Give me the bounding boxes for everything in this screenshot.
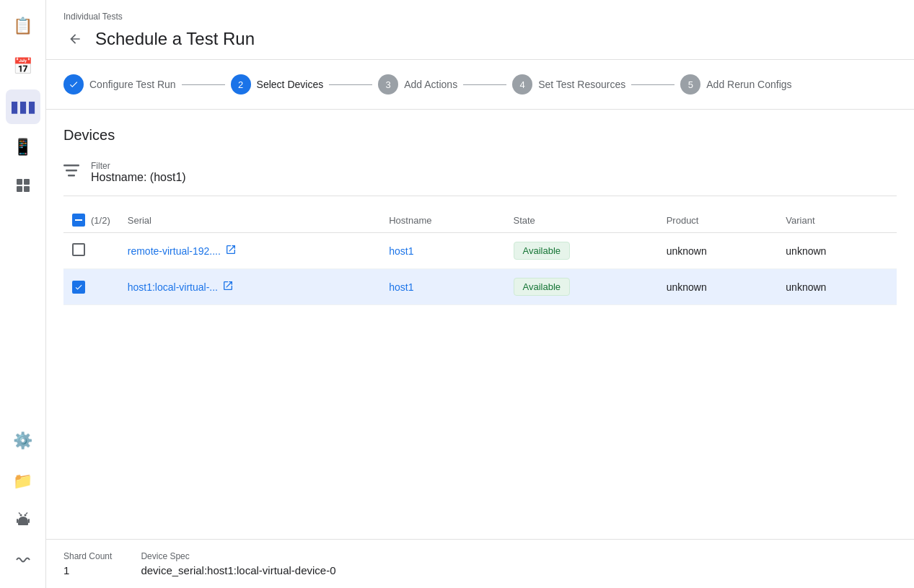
- devices-section-title: Devices: [63, 127, 897, 144]
- device-table: (1/2) Serial Hostname State Product: [63, 208, 897, 305]
- row-2-serial: host1:local-virtual-...: [119, 269, 381, 305]
- sidebar-item-grid[interactable]: [6, 170, 40, 205]
- step-1[interactable]: Configure Test Run: [63, 74, 176, 95]
- row-1-serial: remote-virtual-192....: [119, 233, 381, 269]
- table-header-row: (1/2) Serial Hostname State Product: [63, 208, 897, 233]
- row-1-hostname: host1: [380, 233, 504, 269]
- main-content: Individual Tests Schedule a Test Run Con…: [46, 0, 914, 588]
- th-checkbox: (1/2): [63, 208, 119, 233]
- title-row: Schedule a Test Run: [63, 22, 897, 59]
- row-1-product: unknown: [658, 233, 778, 269]
- row-2-hostname-link[interactable]: host1: [389, 281, 413, 293]
- filter-row: Filter Hostname: (host1): [63, 155, 897, 196]
- svg-rect-11: [63, 164, 79, 167]
- svg-rect-10: [28, 519, 30, 523]
- row-2-hostname: host1: [380, 269, 504, 305]
- step-4-circle: 4: [512, 74, 532, 95]
- row-1-checkbox[interactable]: [72, 243, 85, 256]
- svg-rect-9: [17, 519, 18, 523]
- table-row: remote-virtual-192.... host1 Availab: [63, 233, 897, 269]
- table-row: host1:local-virtual-... host1 Availa: [63, 269, 897, 305]
- stepper: Configure Test Run 2 Select Devices 3 Ad…: [46, 59, 914, 110]
- svg-rect-1: [24, 179, 30, 185]
- filter-icon[interactable]: [63, 163, 79, 182]
- svg-point-6: [24, 514, 26, 517]
- row-1-serial-link[interactable]: remote-virtual-192....: [128, 245, 221, 257]
- device-spec-field: Device Spec device_serial:host1:local-vi…: [141, 551, 335, 576]
- row-1-external-link-icon[interactable]: [225, 244, 237, 258]
- breadcrumb: Individual Tests: [63, 6, 897, 22]
- svg-line-8: [26, 513, 27, 514]
- filter-label: Filter: [91, 161, 186, 171]
- phone-icon: 📱: [13, 138, 32, 157]
- step-connector-2: [329, 84, 372, 85]
- select-all-checkbox[interactable]: [72, 214, 85, 227]
- selection-count: (1/2): [91, 215, 110, 226]
- sidebar-item-clipboard[interactable]: 📋: [6, 9, 40, 43]
- step-5-circle: 5: [680, 74, 700, 95]
- step-5-label: Add Rerun Configs: [706, 79, 791, 90]
- sidebar: 📋 📅 ▮▮▮ 📱 ⚙️ 📁: [0, 0, 46, 588]
- bottom-section: Shard Count 1 Device Spec device_serial:…: [46, 539, 914, 588]
- sidebar-item-android[interactable]: [6, 504, 40, 539]
- step-2-circle: 2: [231, 74, 251, 95]
- th-serial: Serial: [119, 208, 381, 233]
- th-state: State: [505, 208, 658, 233]
- step-4-label: Set Test Resources: [538, 79, 625, 90]
- row-2-checkbox[interactable]: [72, 281, 85, 294]
- th-variant: Variant: [777, 208, 897, 233]
- chart-icon: ▮▮▮: [10, 97, 36, 116]
- calendar-icon: 📅: [13, 57, 32, 76]
- step-4[interactable]: 4 Set Test Resources: [512, 74, 625, 95]
- step-3[interactable]: 3 Add Actions: [378, 74, 457, 95]
- step-connector-3: [463, 84, 506, 85]
- sidebar-item-phone[interactable]: 📱: [6, 130, 40, 164]
- clipboard-icon: 📋: [13, 17, 32, 35]
- filter-content: Filter Hostname: (host1): [91, 161, 186, 184]
- row-2-variant: unknown: [777, 269, 897, 305]
- svg-rect-4: [18, 522, 28, 525]
- row-2-serial-link[interactable]: host1:local-virtual-...: [128, 281, 218, 293]
- step-1-label: Configure Test Run: [89, 79, 176, 90]
- header: Individual Tests Schedule a Test Run: [46, 0, 914, 59]
- android-icon: [15, 512, 31, 532]
- step-2[interactable]: 2 Select Devices: [231, 74, 324, 95]
- sidebar-item-gear[interactable]: ⚙️: [6, 424, 40, 458]
- indeterminate-bar: [75, 219, 82, 221]
- step-3-label: Add Actions: [404, 79, 457, 90]
- svg-rect-3: [24, 186, 30, 192]
- row-2-external-link-icon[interactable]: [222, 280, 234, 294]
- sidebar-item-calendar[interactable]: 📅: [6, 49, 40, 84]
- folder-icon: 📁: [13, 472, 32, 491]
- svg-rect-13: [68, 175, 75, 177]
- row-1-hostname-link[interactable]: host1: [389, 245, 413, 257]
- row-2-state-badge: Available: [514, 278, 571, 296]
- sidebar-item-wave[interactable]: [6, 545, 40, 579]
- step-connector-4: [631, 84, 674, 85]
- shard-count-value: 1: [63, 564, 112, 576]
- device-spec-label: Device Spec: [141, 551, 335, 561]
- sidebar-item-folder[interactable]: 📁: [6, 464, 40, 499]
- wave-icon: [15, 552, 31, 572]
- step-5[interactable]: 5 Add Rerun Configs: [680, 74, 791, 95]
- gear-icon: ⚙️: [13, 431, 32, 450]
- page-title: Schedule a Test Run: [95, 29, 255, 49]
- step-connector-1: [182, 84, 225, 85]
- th-hostname: Hostname: [380, 208, 504, 233]
- svg-line-7: [19, 513, 20, 514]
- shard-count-label: Shard Count: [63, 551, 112, 561]
- row-1-variant: unknown: [777, 233, 897, 269]
- svg-point-5: [19, 514, 22, 517]
- svg-rect-2: [17, 186, 22, 192]
- back-button[interactable]: [63, 27, 87, 51]
- step-2-label: Select Devices: [257, 79, 324, 90]
- row-1-state: Available: [505, 233, 658, 269]
- row-2-state: Available: [505, 269, 658, 305]
- device-spec-value: device_serial:host1:local-virtual-device…: [141, 564, 335, 576]
- shard-count-field: Shard Count 1: [63, 551, 112, 576]
- svg-rect-0: [17, 179, 22, 185]
- row-2-product: unknown: [658, 269, 778, 305]
- row-2-checkbox-cell: [63, 269, 119, 305]
- row-1-state-badge: Available: [514, 242, 571, 260]
- sidebar-item-chart[interactable]: ▮▮▮: [6, 89, 40, 124]
